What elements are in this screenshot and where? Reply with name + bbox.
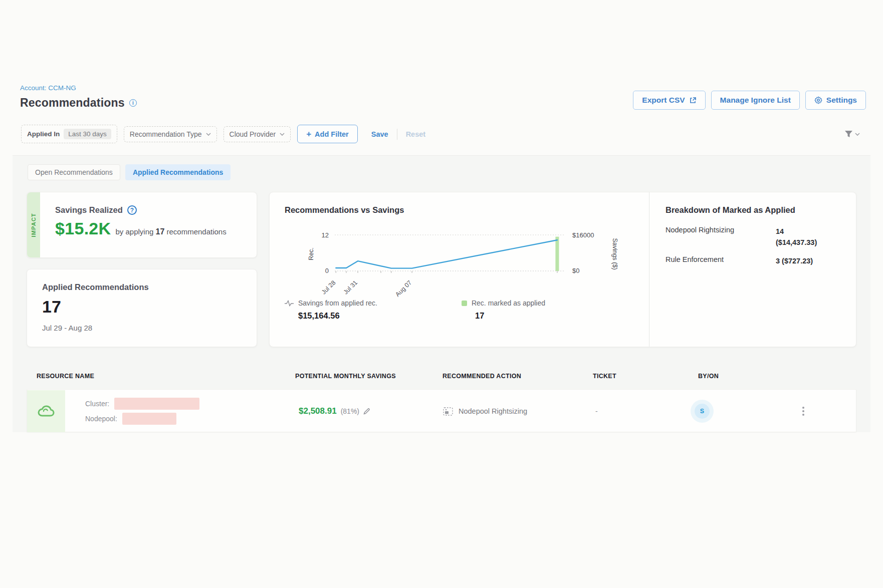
- col-resource-name: RESOURCE NAME: [27, 373, 287, 380]
- col-by-on: BY/ON: [663, 373, 753, 380]
- savings-realized-amount: $15.2K: [55, 219, 111, 238]
- table-header: RESOURCE NAME POTENTIAL MONTHLY SAVINGS …: [27, 368, 856, 384]
- chart-plot: Jul 28Jul 31Aug 07 12 0 Rec. $16000 $0 S…: [285, 222, 635, 298]
- recommended-action-label: Nodepool Rightsizing: [459, 407, 527, 415]
- impact-label: IMPACT: [31, 213, 37, 237]
- left-axis-label: Rec.: [308, 247, 315, 260]
- savings-realized-title: Savings Realized: [55, 205, 123, 215]
- chart-title: Recommendations vs Savings: [285, 205, 649, 215]
- cloud-provider-label: Cloud Provider: [230, 130, 276, 138]
- svg-text:Jul 31: Jul 31: [342, 279, 359, 296]
- tab-applied-recommendations[interactable]: Applied Recommendations: [125, 164, 231, 180]
- filter-applied-in[interactable]: Applied In Last 30 days: [21, 125, 117, 143]
- ticket-cell: -: [578, 407, 664, 415]
- pulse-line-icon: [285, 300, 294, 307]
- plus-icon: +: [306, 130, 311, 138]
- breakdown-row-value: 3 ($727.23): [776, 255, 813, 266]
- breakdown-title: Breakdown of Marked as Applied: [666, 205, 846, 215]
- gear-icon: [814, 96, 822, 104]
- chevron-down-icon: [280, 133, 285, 136]
- impact-strip: IMPACT: [27, 192, 40, 257]
- applied-in-label: Applied In: [27, 130, 60, 138]
- header-left: Account: CCM-NG Recommendations i: [20, 84, 137, 110]
- col-recommended-action: RECOMMENDED ACTION: [427, 373, 578, 380]
- breakdown-row: Nodepool Rightsizing 14 ($14,437.33): [666, 226, 846, 248]
- applied-recommendations-range: Jul 29 - Aug 28: [42, 324, 257, 332]
- breakdown-row-label: Rule Enforcement: [666, 255, 776, 266]
- cluster-label: Cluster:: [85, 400, 109, 408]
- breakdown-row-label: Nodepool Rightsizing: [666, 226, 776, 248]
- breakdown-value-line2: ($14,437.33): [776, 238, 817, 246]
- svg-text:Jul 28: Jul 28: [320, 279, 337, 296]
- applied-recommendations-count: 17: [42, 297, 257, 317]
- chart-breakdown-card: Recommendations vs Savings Jul 28Jul 31A…: [269, 192, 856, 347]
- applied-recommendations-title: Applied Recommendations: [42, 282, 257, 292]
- right-axis-max: $16000: [572, 231, 594, 239]
- recommended-action-cell: Nodepool Rightsizing: [428, 407, 578, 416]
- external-link-icon: [689, 97, 697, 104]
- recommendations-table: RESOURCE NAME POTENTIAL MONTHLY SAVINGS …: [27, 368, 856, 432]
- green-swatch-icon: [462, 301, 467, 306]
- edit-pencil-icon[interactable]: [363, 408, 370, 415]
- right-axis-min: $0: [572, 267, 579, 274]
- legend-savings: Savings from applied rec. $15,164.56: [285, 299, 377, 321]
- avatar[interactable]: S: [695, 404, 710, 419]
- recommendations-savings-chart: Recommendations vs Savings Jul 28Jul 31A…: [270, 192, 649, 347]
- reset-filter-link[interactable]: Reset: [406, 130, 426, 138]
- legend-marked-applied: Rec. marked as applied 17: [462, 299, 545, 321]
- settings-label: Settings: [826, 96, 857, 105]
- filter-recommendation-type[interactable]: Recommendation Type: [124, 126, 217, 142]
- filter-panel-toggle[interactable]: [844, 130, 863, 138]
- legend-savings-label: Savings from applied rec.: [298, 299, 377, 307]
- tabs: Open Recommendations Applied Recommendat…: [27, 164, 856, 180]
- breakdown-row: Rule Enforcement 3 ($727.23): [666, 255, 846, 266]
- breakdown-row-value: 14 ($14,437.33): [776, 226, 817, 248]
- settings-button[interactable]: Settings: [805, 91, 866, 110]
- add-filter-button[interactable]: + Add Filter: [297, 125, 358, 143]
- left-axis-min: 0: [325, 267, 329, 274]
- export-csv-label: Export CSV: [642, 96, 685, 105]
- table-row[interactable]: Cluster: Nodepool: $2,508.91 (81%): [27, 389, 856, 432]
- savings-realized-card: IMPACT Savings Realized ? $15.2K by appl…: [27, 192, 257, 258]
- help-icon[interactable]: ?: [127, 205, 137, 215]
- col-ticket: TICKET: [578, 373, 663, 380]
- add-filter-label: Add Filter: [315, 130, 349, 138]
- row-menu-button[interactable]: [799, 404, 807, 419]
- main-section: Open Recommendations Applied Recommendat…: [13, 155, 870, 432]
- save-filter-link[interactable]: Save: [371, 130, 388, 138]
- resource-name-cell: Cluster: Nodepool:: [27, 390, 288, 433]
- cluster-value-redacted: [114, 398, 199, 410]
- savings-percent: (81%): [341, 407, 359, 415]
- nodepool-value-redacted: [122, 413, 176, 425]
- filter-bar: Applied In Last 30 days Recommendation T…: [0, 110, 883, 155]
- legend-marked-label: Rec. marked as applied: [472, 299, 545, 307]
- legend-marked-value: 17: [462, 311, 545, 321]
- savings-amount: $2,508.91: [299, 406, 337, 416]
- info-icon[interactable]: i: [129, 99, 137, 107]
- page-header: Account: CCM-NG Recommendations i Export…: [0, 0, 883, 110]
- description-suffix: recommendations: [166, 227, 226, 236]
- breakdown-value-line1: 14: [776, 227, 784, 235]
- by-on-cell: S: [664, 404, 754, 419]
- chevron-down-icon: [855, 133, 860, 136]
- export-csv-button[interactable]: Export CSV: [633, 91, 705, 110]
- funnel-icon: [844, 130, 853, 138]
- divider: [397, 129, 397, 140]
- savings-cell: $2,508.91 (81%): [288, 406, 428, 416]
- filter-cloud-provider[interactable]: Cloud Provider: [224, 126, 291, 142]
- breadcrumb[interactable]: Account: CCM-NG: [20, 84, 137, 92]
- header-actions: Export CSV Manage Ignore List Settings: [633, 91, 866, 110]
- applied-recommendations-card: Applied Recommendations 17 Jul 29 - Aug …: [27, 269, 257, 347]
- col-potential-monthly-savings: POTENTIAL MONTHLY SAVINGS: [287, 373, 427, 380]
- description-prefix: by applying: [115, 227, 153, 236]
- legend-savings-value: $15,164.56: [285, 311, 377, 321]
- applied-in-value[interactable]: Last 30 days: [64, 129, 111, 139]
- manage-ignore-list-label: Manage Ignore List: [720, 96, 791, 105]
- resource-accent: [27, 390, 65, 432]
- manage-ignore-list-button[interactable]: Manage Ignore List: [711, 91, 800, 110]
- tab-open-recommendations[interactable]: Open Recommendations: [28, 164, 120, 180]
- breakdown-panel: Breakdown of Marked as Applied Nodepool …: [649, 192, 856, 347]
- nodepool-label: Nodepool:: [85, 415, 117, 423]
- page-title: Recommendations: [20, 96, 125, 110]
- applied-count: 17: [156, 227, 165, 236]
